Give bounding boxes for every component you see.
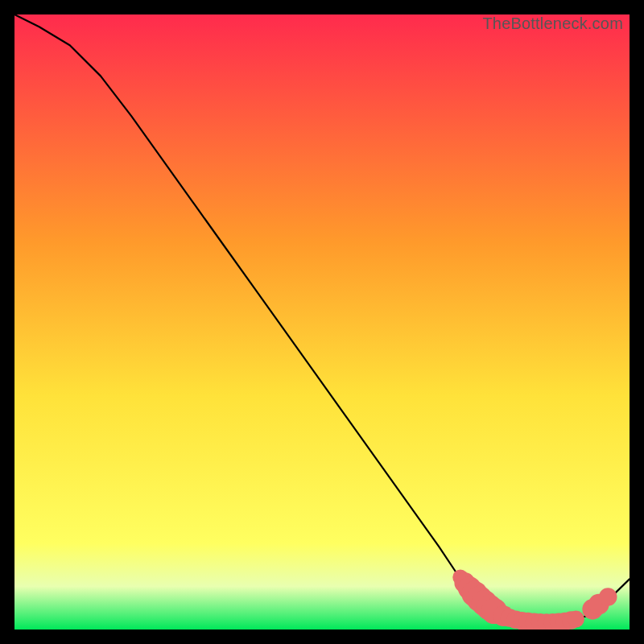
attribution-text: TheBottleneck.com	[482, 14, 623, 33]
gradient-background	[14, 14, 630, 630]
chart-frame: TheBottleneck.com	[0, 0, 644, 644]
data-marker	[599, 588, 617, 605]
plot-area: TheBottleneck.com	[14, 14, 630, 630]
chart-svg	[14, 14, 630, 630]
data-marker	[568, 611, 584, 628]
